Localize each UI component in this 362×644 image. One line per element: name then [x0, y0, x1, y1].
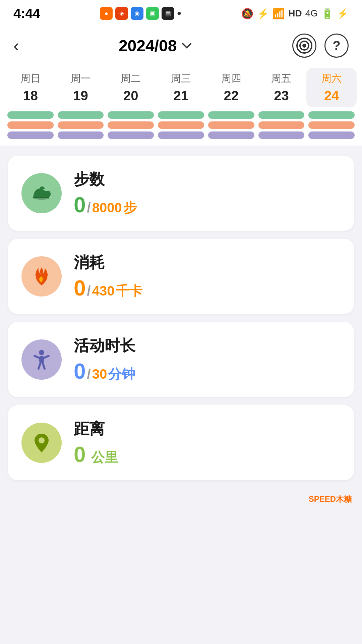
- steps-title: 步数: [74, 169, 341, 190]
- calories-info: 消耗 0 / 430 千卡: [74, 252, 341, 301]
- calories-unit: 千卡: [116, 282, 142, 300]
- distance-icon-circle: [21, 423, 62, 463]
- app-icon-1: ●: [100, 7, 113, 20]
- svg-point-8: [39, 437, 45, 443]
- calories-bar-3: [108, 121, 154, 129]
- notification-dot: •: [177, 6, 181, 20]
- steps-icon-circle: [21, 173, 62, 213]
- day-name-tue: 周二: [121, 72, 141, 86]
- steps-card[interactable]: 步数 0 / 8000 步: [8, 156, 354, 231]
- distance-current: 0: [74, 442, 86, 467]
- mute-icon: 🔕: [241, 8, 253, 19]
- app-icon-2: ◈: [115, 7, 128, 20]
- content-area: 步数 0 / 8000 步 消耗 0 / 430 千卡: [0, 146, 362, 490]
- calories-bar-5: [208, 121, 254, 129]
- header-title-group[interactable]: 2024/08: [119, 37, 193, 55]
- help-button[interactable]: ?: [324, 34, 349, 58]
- day-num-23: 23: [274, 88, 289, 103]
- calendar-section: 周日 18 周一 19 周二 20 周三 21 周四 22 周五 23 周六: [0, 61, 362, 146]
- activity-current: 0: [74, 359, 86, 384]
- calories-bar-6: [258, 121, 305, 129]
- watermark: SPEED木糖: [0, 490, 362, 511]
- calendar-day-22[interactable]: 周四 22: [206, 68, 256, 107]
- activity-bars: [0, 107, 362, 146]
- svg-point-2: [39, 350, 44, 355]
- calories-value: 0 / 430 千卡: [74, 276, 341, 301]
- svg-line-5: [44, 356, 49, 358]
- back-button[interactable]: ‹: [13, 37, 19, 54]
- target-button[interactable]: [292, 34, 316, 58]
- bar-col-4: [156, 111, 206, 139]
- question-icon: ?: [333, 39, 340, 53]
- calendar-day-20[interactable]: 周二 20: [106, 68, 156, 107]
- location-pin-icon: [30, 431, 53, 454]
- month-year-title: 2024/08: [119, 37, 177, 55]
- bar-col-7: [306, 111, 357, 139]
- calories-icon-circle: [21, 256, 62, 297]
- steps-target: 8000: [92, 200, 122, 215]
- distance-card[interactable]: 距离 0 公里: [8, 405, 354, 480]
- charging-icon: ⚡: [337, 8, 349, 19]
- calories-bar-7: [308, 121, 355, 129]
- steps-current: 0: [74, 193, 86, 217]
- calendar-day-21[interactable]: 周三 21: [156, 68, 206, 107]
- bar-col-1: [5, 111, 56, 139]
- status-time: 4:44: [13, 6, 40, 21]
- day-name-sat: 周六: [321, 72, 342, 86]
- day-num-20: 20: [123, 88, 138, 103]
- activity-info: 活动时长 0 / 30 分钟: [74, 335, 341, 384]
- chevron-down-icon: [181, 40, 193, 52]
- bar-col-6: [256, 111, 307, 139]
- distance-title: 距离: [74, 419, 341, 439]
- header-action-icons: ?: [292, 34, 349, 58]
- calories-bar-2: [58, 121, 104, 129]
- calendar-day-24[interactable]: 周六 24: [306, 68, 357, 107]
- steps-bar-5: [208, 111, 254, 119]
- steps-bar-3: [108, 111, 154, 119]
- status-app-icons: ● ◈ ◉ ▣ ▤ •: [100, 6, 181, 20]
- calendar-day-19[interactable]: 周一 19: [56, 68, 106, 107]
- steps-bar-4: [158, 111, 204, 119]
- activity-bar-2: [58, 131, 104, 139]
- svg-point-1: [34, 197, 50, 200]
- activity-bar-6: [258, 131, 305, 139]
- day-num-21: 21: [174, 88, 189, 103]
- app-icon-5: ▤: [162, 7, 174, 20]
- day-num-19: 19: [73, 88, 88, 103]
- calories-title: 消耗: [74, 252, 341, 273]
- app-icon-3: ◉: [131, 7, 143, 20]
- calendar-day-23[interactable]: 周五 23: [256, 68, 307, 107]
- status-system-icons: 🔕 ⚡ 📶 HD 4G 🔋 ⚡: [241, 8, 349, 19]
- app-header: ‹ 2024/08 ?: [0, 27, 362, 61]
- status-bar: 4:44 ● ◈ ◉ ▣ ▤ • 🔕 ⚡ 📶 HD 4G 🔋 ⚡: [0, 0, 362, 27]
- steps-bar-2: [58, 111, 104, 119]
- calories-divider: /: [87, 283, 91, 299]
- hd-icon: HD: [288, 8, 302, 19]
- distance-unit: 公里: [91, 448, 118, 467]
- day-num-22: 22: [224, 88, 239, 103]
- activity-card[interactable]: 活动时长 0 / 30 分钟: [8, 322, 354, 397]
- activity-unit: 分钟: [108, 365, 135, 383]
- steps-bar-7: [308, 111, 355, 119]
- distance-info: 距离 0 公里: [74, 419, 341, 467]
- activity-bar-7: [308, 131, 355, 139]
- day-num-24: 24: [324, 88, 339, 103]
- calendar-day-18[interactable]: 周日 18: [5, 68, 56, 107]
- steps-value: 0 / 8000 步: [74, 193, 341, 217]
- bar-col-3: [106, 111, 156, 139]
- day-name-thu: 周四: [221, 72, 241, 86]
- calories-card[interactable]: 消耗 0 / 430 千卡: [8, 239, 354, 314]
- steps-bar-1: [7, 111, 54, 119]
- svg-line-4: [35, 356, 39, 358]
- bar-col-2: [56, 111, 106, 139]
- signal-icon: 4G: [305, 8, 318, 19]
- bluetooth-icon: ⚡: [257, 8, 269, 19]
- flame-icon: [30, 265, 53, 288]
- svg-line-6: [39, 363, 41, 369]
- steps-unit: 步: [123, 199, 137, 217]
- day-num-18: 18: [23, 88, 38, 103]
- calories-bar-4: [158, 121, 204, 129]
- steps-bar-6: [258, 111, 305, 119]
- calories-bar-1: [7, 121, 54, 129]
- day-name-sun: 周日: [20, 72, 41, 86]
